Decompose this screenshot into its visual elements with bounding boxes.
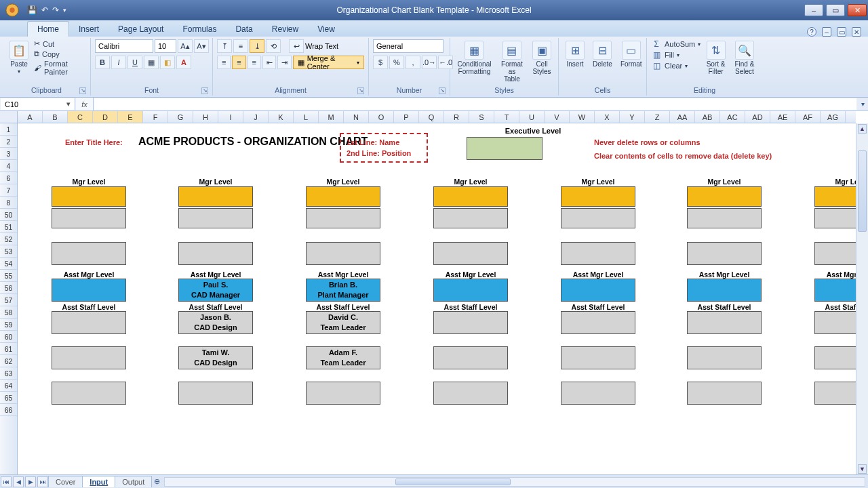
row-header-61[interactable]: 61 <box>0 343 17 355</box>
staff-box-1[interactable] <box>687 311 762 334</box>
hscroll-thumb[interactable] <box>395 479 511 485</box>
wrap-text-button[interactable]: ↩ <box>289 39 304 53</box>
dialog-launcher-icon[interactable]: ↘ <box>439 87 446 94</box>
copy-button[interactable]: ⧉Copy <box>34 49 86 58</box>
bold-button[interactable]: B <box>95 56 110 69</box>
staff-grey-box[interactable] <box>433 208 508 228</box>
row-header-65[interactable]: 65 <box>0 392 17 404</box>
staff-box-2[interactable]: Tami W.CAD Design <box>178 346 253 369</box>
conditional-formatting-button[interactable]: ▦Conditional Formatting <box>454 39 494 77</box>
dialog-launcher-icon[interactable]: ↘ <box>201 87 208 94</box>
font-size-select[interactable] <box>155 39 176 53</box>
cut-button[interactable]: ✂Cut <box>34 39 86 48</box>
scroll-up-icon[interactable]: ▲ <box>858 124 867 134</box>
sheet-tab-cover[interactable]: Cover <box>48 476 83 487</box>
tab-page-layout[interactable]: Page Layout <box>108 22 173 37</box>
dialog-launcher-icon[interactable]: ↘ <box>79 87 86 94</box>
asst-mgr-box[interactable] <box>687 279 762 302</box>
clear-button[interactable]: ◫Clear▾ <box>651 61 701 70</box>
staff-box-3[interactable] <box>306 382 380 405</box>
asst-mgr-box[interactable]: Paul S.CAD Manager <box>178 279 253 302</box>
ribbon-restore-icon[interactable]: ▭ <box>837 27 846 37</box>
col-header-Q[interactable]: Q <box>419 111 444 123</box>
col-header-AA[interactable]: AA <box>670 111 695 123</box>
asst-mgr-box[interactable] <box>433 279 508 302</box>
staff-grey-box[interactable] <box>306 242 380 265</box>
mgr-box[interactable] <box>433 186 508 207</box>
row-header-60[interactable]: 60 <box>0 331 17 343</box>
row-header-51[interactable]: 51 <box>0 221 17 233</box>
row-headers[interactable]: 1234678505152535455565758596061626364656… <box>0 123 18 474</box>
mgr-box[interactable] <box>52 186 126 207</box>
row-header-8[interactable]: 8 <box>0 197 17 209</box>
fill-button[interactable]: ▥Fill▾ <box>651 50 701 60</box>
formula-input[interactable] <box>94 98 856 110</box>
tab-review[interactable]: Review <box>262 22 308 37</box>
col-header-AG[interactable]: AG <box>821 111 846 123</box>
staff-box-3[interactable] <box>814 382 856 405</box>
row-header-54[interactable]: 54 <box>0 258 17 270</box>
undo-icon[interactable]: ↶ <box>41 5 48 15</box>
vertical-scrollbar[interactable]: ▲ ▼ <box>856 123 868 474</box>
mgr-box[interactable] <box>561 186 635 207</box>
underline-button[interactable]: U <box>127 56 142 69</box>
staff-grey-box[interactable] <box>687 242 762 265</box>
staff-box-2[interactable] <box>814 346 856 369</box>
currency-button[interactable]: $ <box>373 56 388 69</box>
worksheet-content[interactable]: Enter Title Here: ACME PRODUCTS - ORGANI… <box>18 123 856 474</box>
increase-decimal-button[interactable]: .0→ <box>422 56 437 69</box>
mgr-box[interactable] <box>306 186 380 207</box>
autosum-button[interactable]: ΣAutoSum▾ <box>651 39 701 49</box>
row-header-66[interactable]: 66 <box>0 404 17 416</box>
comma-button[interactable]: , <box>406 56 420 69</box>
tab-insert[interactable]: Insert <box>69 22 108 37</box>
expand-formula-icon[interactable]: ▾ <box>857 98 868 110</box>
col-header-H[interactable]: H <box>193 111 218 123</box>
decrease-font-icon[interactable]: A▾ <box>194 39 209 53</box>
col-header-I[interactable]: I <box>218 111 243 123</box>
maximize-button[interactable]: ▭ <box>826 4 845 16</box>
row-header-6[interactable]: 6 <box>0 172 17 184</box>
col-header-R[interactable]: R <box>444 111 469 123</box>
format-cells-button[interactable]: ▭Format <box>618 39 645 69</box>
save-icon[interactable]: 💾 <box>27 5 37 15</box>
increase-indent-button[interactable]: ⇥ <box>277 56 291 69</box>
redo-icon[interactable]: ↷ <box>52 5 59 15</box>
col-header-K[interactable]: K <box>269 111 294 123</box>
asst-mgr-box[interactable] <box>52 279 126 302</box>
align-middle-button[interactable]: ≡ <box>233 39 248 53</box>
insert-cells-button[interactable]: ⊞Insert <box>563 39 587 69</box>
fill-color-button[interactable]: ◧ <box>160 56 175 69</box>
staff-grey-box[interactable] <box>52 208 126 228</box>
col-header-AB[interactable]: AB <box>695 111 720 123</box>
col-header-AE[interactable]: AE <box>770 111 795 123</box>
font-color-button[interactable]: A <box>176 56 191 69</box>
col-header-V[interactable]: V <box>545 111 570 123</box>
staff-grey-box[interactable] <box>561 208 635 228</box>
chevron-down-icon[interactable]: ▾ <box>66 100 71 108</box>
percent-button[interactable]: % <box>389 56 404 69</box>
asst-mgr-box[interactable] <box>814 279 856 302</box>
row-header-7[interactable]: 7 <box>0 184 17 197</box>
col-header-AF[interactable]: AF <box>795 111 821 123</box>
scroll-thumb[interactable] <box>858 150 867 232</box>
col-header-C[interactable]: C <box>68 111 93 123</box>
row-header-56[interactable]: 56 <box>0 282 17 294</box>
mgr-box[interactable] <box>814 186 856 207</box>
col-header-P[interactable]: P <box>394 111 419 123</box>
spreadsheet-grid[interactable]: ABCDEFGHIJKLMNOPQRSTUVWXYZAAABACADAEAFAG… <box>0 111 868 474</box>
col-header-W[interactable]: W <box>570 111 595 123</box>
row-header-55[interactable]: 55 <box>0 270 17 282</box>
col-header-S[interactable]: S <box>469 111 494 123</box>
border-button[interactable]: ▦ <box>144 56 159 69</box>
col-header-L[interactable]: L <box>294 111 319 123</box>
staff-grey-box[interactable] <box>178 242 253 265</box>
col-header-T[interactable]: T <box>494 111 519 123</box>
staff-box-2[interactable] <box>561 346 635 369</box>
row-header-52[interactable]: 52 <box>0 233 17 245</box>
staff-grey-box[interactable] <box>178 208 253 228</box>
mgr-box[interactable] <box>687 186 762 207</box>
qat-dropdown-icon[interactable]: ▾ <box>63 7 66 14</box>
asst-mgr-box[interactable] <box>561 279 635 302</box>
row-header-4[interactable]: 4 <box>0 160 17 172</box>
